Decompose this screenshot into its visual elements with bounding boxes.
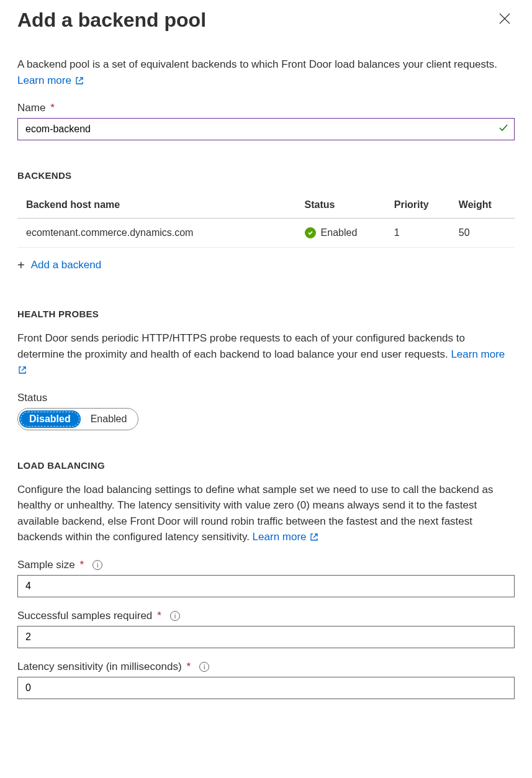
col-header-status[interactable]: Status (296, 192, 385, 219)
info-icon[interactable]: i (170, 611, 180, 621)
sample-size-input[interactable] (17, 575, 515, 597)
backends-heading: BACKENDS (17, 170, 515, 181)
page-title: Add a backend pool (17, 9, 206, 32)
validation-check-icon (498, 123, 508, 135)
health-probes-desc: Front Door sends periodic HTTP/HTTPS pro… (17, 330, 515, 378)
add-backend-button[interactable]: + Add a backend (17, 259, 515, 271)
required-asterisk: * (157, 610, 161, 622)
latency-sensitivity-label: Latency sensitivity (in milliseconds)* i (17, 661, 515, 673)
cell-status: Enabled (296, 219, 385, 248)
external-link-icon (309, 531, 318, 543)
info-icon[interactable]: i (199, 662, 209, 672)
successful-samples-label: Successful samples required* i (17, 610, 515, 622)
cell-priority: 1 (385, 219, 450, 248)
intro-learn-more-link[interactable]: Learn more (17, 75, 83, 86)
required-asterisk: * (80, 559, 84, 571)
health-probes-heading: HEALTH PROBES (17, 309, 515, 319)
name-input[interactable] (17, 118, 515, 140)
load-balancing-learn-more-link[interactable]: Learn more (253, 531, 318, 543)
info-icon[interactable]: i (92, 560, 102, 570)
load-balancing-desc: Configure the load balancing settings to… (17, 482, 515, 545)
col-header-priority[interactable]: Priority (385, 192, 450, 219)
plus-icon: + (17, 259, 25, 271)
close-button[interactable] (495, 9, 515, 30)
name-label: Name* (17, 102, 515, 114)
successful-samples-input[interactable] (17, 626, 515, 648)
close-icon (498, 14, 511, 27)
toggle-enabled[interactable]: Enabled (81, 410, 137, 428)
required-asterisk: * (50, 102, 55, 114)
cell-host: ecomtenant.commerce.dynamics.com (17, 219, 296, 248)
probe-status-label: Status (17, 392, 515, 404)
required-asterisk: * (187, 661, 191, 673)
intro-text: A backend pool is a set of equivalent ba… (17, 57, 515, 88)
external-link-icon (74, 75, 83, 86)
latency-sensitivity-input[interactable] (17, 677, 515, 699)
probe-status-toggle[interactable]: Disabled Enabled (17, 408, 138, 430)
backends-table: Backend host name Status Priority Weight… (17, 192, 515, 248)
col-header-host[interactable]: Backend host name (17, 192, 296, 219)
cell-weight: 50 (450, 219, 515, 248)
toggle-disabled[interactable]: Disabled (19, 410, 81, 428)
table-row[interactable]: ecomtenant.commerce.dynamics.com Enabled… (17, 219, 515, 248)
col-header-weight[interactable]: Weight (450, 192, 515, 219)
external-link-icon (17, 364, 26, 376)
load-balancing-heading: LOAD BALANCING (17, 460, 515, 471)
sample-size-label: Sample size* i (17, 559, 515, 571)
status-enabled-icon (305, 227, 316, 238)
